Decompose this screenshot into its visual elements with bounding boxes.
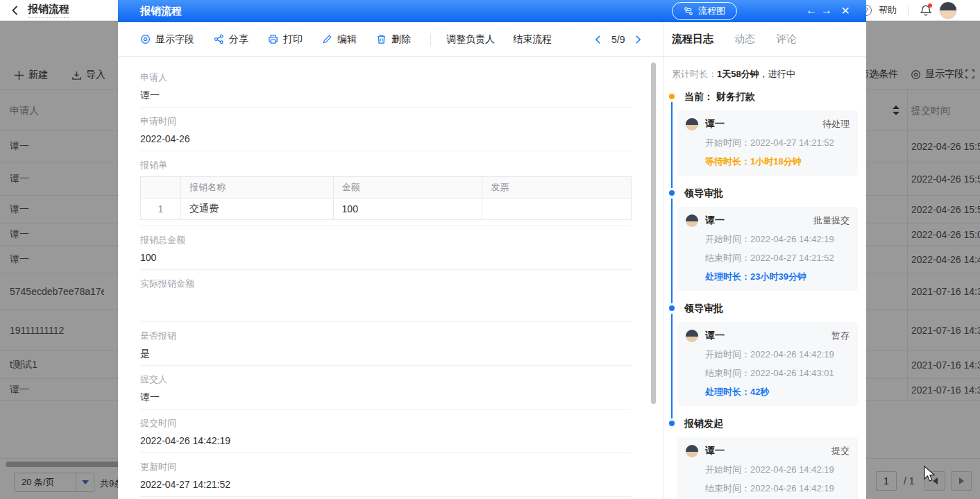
timeline-card: 谭一 批量提交 开始时间：2022-04-26 14:42:19 结束时间：20…: [677, 207, 858, 291]
tab-comments[interactable]: 评论: [776, 33, 797, 46]
delete-button[interactable]: 删除: [376, 33, 411, 46]
panel-tabs: 流程日志 动态 评论: [664, 22, 866, 57]
flowchart-icon: [684, 6, 693, 16]
timeline-card: 谭一 待处理 开始时间：2022-04-27 14:21:52 等待时长：1小时…: [677, 110, 858, 176]
history-back-icon[interactable]: ←: [806, 3, 817, 17]
flowchart-button[interactable]: 流程图: [672, 2, 737, 20]
page-title: 报销流程: [28, 3, 69, 18]
edit-button[interactable]: 编辑: [322, 33, 357, 46]
notification-dot: [928, 3, 932, 8]
step-start-time: 开始时间：2022-04-26 14:42:19: [686, 233, 850, 246]
step-action-label: 暂存: [831, 330, 850, 342]
tab-process-log[interactable]: 流程日志: [672, 33, 713, 46]
step-duration: 等待时长：1小时18分钟: [686, 155, 850, 168]
screen: 报销流程 ? 帮助 新建 导入 筛选条件: [0, 0, 980, 499]
timeline-connector: [671, 102, 673, 188]
record-form: 申请人 谭一 申请时间 2022-04-26 报销单 报销名称 金额 发票: [118, 57, 663, 499]
toolbar-divider: [430, 33, 431, 46]
step-action-label: 待处理: [822, 118, 850, 130]
modal-header: 报销流程 流程图 ← → ×: [118, 0, 866, 22]
form-field-submitter: 提交人 谭一: [140, 366, 632, 409]
print-icon: [268, 34, 278, 44]
step-start-time: 开始时间：2022-04-27 14:21:52: [686, 137, 850, 149]
share-button[interactable]: 分享: [214, 33, 248, 46]
step-dot: [669, 190, 675, 196]
current-step-dot: [669, 94, 675, 99]
user-avatar: [686, 330, 698, 342]
end-flow-button[interactable]: 结束流程: [513, 33, 552, 46]
form-field-update-time: 更新时间 2022-04-27 14:21:52: [140, 453, 632, 497]
header-actions: ? 帮助: [861, 0, 957, 21]
record-detail-modal: 报销流程 流程图 ← → × 显示字段 分享 打印: [118, 0, 866, 499]
process-log-panel: 流程日志 动态 评论 累计时长：1天58分钟，进行中 当前： 财务打款 谭一: [663, 22, 866, 499]
prev-record-icon[interactable]: [593, 35, 603, 44]
timeline-step-approval: 领导审批 谭一 暂存 开始时间：2022-04-26 14:42:19 结束时间…: [669, 303, 858, 418]
next-record-icon[interactable]: [633, 35, 643, 44]
timeline-step-approval: 领导审批 谭一 批量提交 开始时间：2022-04-26 14:42:19 结束…: [669, 188, 858, 303]
step-dot: [669, 421, 675, 426]
notifications-button[interactable]: [920, 4, 932, 17]
form-field-actual-amount: 实际报销金额: [140, 270, 632, 322]
subtable-row: 1 交通费 100: [141, 198, 632, 220]
pager-position: 5/9: [611, 34, 625, 45]
form-field-expense-subtable: 报销单 报销名称 金额 发票 1 交通费 100: [140, 151, 632, 226]
expense-subtable: 报销名称 金额 发票 1 交通费 100: [140, 176, 632, 220]
adjust-owner-button[interactable]: 调整负责人: [446, 33, 495, 46]
close-icon[interactable]: ×: [841, 1, 850, 19]
form-field-submit-time: 提交时间 2022-04-26 14:42:19: [140, 409, 632, 453]
trash-icon: [376, 34, 387, 44]
pencil-icon: [322, 34, 332, 44]
step-action-label: 提交: [831, 445, 850, 457]
tab-activity[interactable]: 动态: [734, 33, 755, 46]
form-field-applicant: 申请人 谭一: [140, 61, 632, 108]
subtable-header-row: 报销名称 金额 发票: [141, 177, 632, 198]
form-field-total-amount: 报销总金额 100: [140, 226, 632, 270]
step-action-label: 批量提交: [813, 214, 850, 227]
header-divider: [908, 6, 909, 15]
step-start-time: 开始时间：2022-04-26 14:42:19: [686, 348, 850, 361]
timeline-step-current: 当前： 财务打款 谭一 待处理 开始时间：2022-04-27 14:21:52…: [669, 92, 858, 188]
help-link[interactable]: 帮助: [879, 4, 897, 17]
step-end-time: 结束时间：2022-04-26 14:42:19: [686, 482, 850, 495]
step-end-time: 结束时间：2022-04-26 14:43:01: [686, 367, 850, 380]
user-avatar: [686, 118, 698, 130]
timeline-card: 谭一 提交 开始时间：2022-04-26 14:42:19 结束时间：2022…: [677, 437, 858, 499]
step-duration: 处理时长：23小时39分钟: [686, 271, 850, 283]
back-icon[interactable]: [10, 5, 21, 16]
timeline-step-initiate: 报销发起 谭一 提交 开始时间：2022-04-26 14:42:19 结束时间…: [669, 418, 858, 499]
share-icon: [214, 34, 224, 44]
user-avatar: [686, 445, 698, 457]
timeline-connector: [671, 314, 673, 418]
user-avatar: [686, 214, 698, 227]
print-button[interactable]: 打印: [268, 33, 303, 46]
subtable-index-header: [141, 177, 181, 198]
step-dot: [669, 305, 675, 311]
eye-icon: [140, 34, 151, 44]
subtable-row-index[interactable]: 1: [141, 198, 181, 220]
timeline-card: 谭一 暂存 开始时间：2022-04-26 14:42:19 结束时间：2022…: [677, 322, 858, 406]
record-pager: 5/9: [593, 34, 643, 45]
show-fields-button[interactable]: 显示字段: [140, 33, 194, 46]
modal-title: 报销流程: [140, 5, 182, 18]
form-field-is-reimbursed: 是否报销 是: [140, 322, 632, 366]
user-avatar[interactable]: [939, 1, 957, 19]
history-forward-icon[interactable]: →: [821, 3, 832, 17]
timeline-connector: [671, 198, 673, 303]
step-duration: 处理时长：42秒: [686, 386, 850, 398]
step-start-time: 开始时间：2022-04-26 14:42:19: [686, 464, 850, 476]
form-field-apply-date: 申请时间 2022-04-26: [140, 108, 632, 151]
form-scrollbar[interactable]: [651, 62, 656, 404]
duration-summary: 累计时长：1天58分钟，进行中: [664, 57, 866, 90]
step-end-time: 结束时间：2022-04-27 14:21:52: [686, 252, 850, 264]
process-timeline: 当前： 财务打款 谭一 待处理 开始时间：2022-04-27 14:21:52…: [669, 92, 858, 499]
